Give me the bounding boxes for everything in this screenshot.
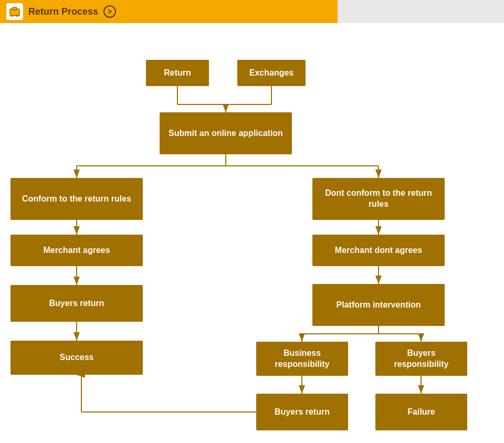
success-box: Success (10, 341, 143, 375)
header-arrow[interactable]: > (103, 5, 116, 18)
exchanges-box: Exchanges (237, 60, 306, 86)
merchant-dont-box: Merchant dont agrees (312, 235, 445, 266)
svg-point-2 (11, 15, 13, 17)
diagram: Return Exchanges Submit an online applic… (0, 23, 504, 443)
failure-box: Failure (375, 394, 467, 430)
buyers-return-right-box: Buyers return (256, 394, 348, 430)
submit-box: Submit an online application (160, 112, 292, 154)
svg-point-3 (16, 15, 18, 17)
return-box: Return (146, 60, 209, 86)
header: Return Process > (0, 0, 504, 23)
dont-conform-box: Dont conform to the return rules (312, 178, 445, 220)
header-icon (6, 3, 23, 20)
svg-rect-1 (13, 7, 17, 10)
buyers-return-left-box: Buyers return (10, 285, 143, 322)
buyers-resp-box: Buyers responsibility (375, 342, 467, 376)
header-title: Return Process (28, 6, 98, 17)
flow-lines (0, 23, 504, 443)
business-resp-box: Business responsibility (256, 342, 348, 376)
platform-box: Platform intervention (312, 284, 445, 326)
merchant-agrees-box: Merchant agrees (10, 235, 143, 266)
conform-box: Conform to the return rules (10, 178, 143, 220)
